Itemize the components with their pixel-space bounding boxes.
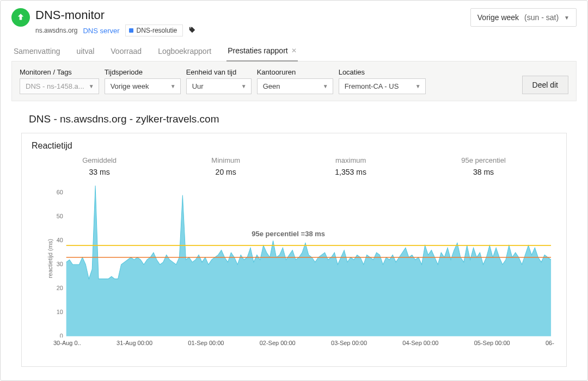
stats-row: Gemiddeld 33 ms Minimum 20 ms maximum 1,… — [29, 156, 559, 176]
plot-area: reactietijd (ms) 95e percentiel =38 ms 0… — [29, 180, 559, 337]
stat-p95: 95e percentiel 38 ms — [461, 156, 506, 176]
dns-resolution-badge[interactable]: DNS-resolutie — [125, 24, 183, 36]
chevron-down-icon: ▼ — [323, 83, 328, 89]
svg-text:10: 10 — [57, 309, 63, 315]
filter-monitors: Monitoren / Tags DNS - ns-1458.a... ▼ — [20, 68, 99, 94]
share-button[interactable]: Deel dit — [522, 76, 568, 94]
chevron-down-icon: ▼ — [170, 83, 176, 89]
filter-office-label: Kantooruren — [257, 68, 333, 76]
badge-label: DNS-resolutie — [137, 27, 177, 34]
svg-text:60: 60 — [57, 189, 63, 195]
filter-unit: Eenheid van tijd Uur ▼ — [186, 68, 252, 94]
header-subline: ns.awsdns.org DNS server DNS-resolutie — [35, 24, 196, 36]
filter-bar: Monitoren / Tags DNS - ns-1458.a... ▼ Ti… — [11, 62, 577, 101]
x-axis-labels: 30-Aug 0..31-Aug 00:0001-Sep 00:0002-Sep… — [29, 337, 559, 346]
office-select[interactable]: Geen ▼ — [257, 78, 333, 94]
filter-monitors-label: Monitoren / Tags — [20, 68, 99, 76]
filter-unit-label: Eenheid van tijd — [186, 68, 252, 76]
svg-text:20: 20 — [57, 285, 63, 291]
header-domain: ns.awsdns.org — [35, 27, 77, 34]
monitors-select[interactable]: DNS - ns-1458.a... ▼ — [20, 78, 99, 94]
locations-select[interactable]: Fremont-CA - US ▼ — [339, 78, 426, 94]
chevron-down-icon: ▼ — [415, 83, 421, 89]
week-picker-label: Vorige week — [477, 13, 519, 22]
badge-color-icon — [129, 28, 133, 33]
tab-summary[interactable]: Samenvatting — [13, 42, 62, 61]
chevron-down-icon: ▼ — [241, 83, 247, 89]
week-picker[interactable]: Vorige week (sun - sat) ▼ — [470, 8, 577, 27]
svg-text:0: 0 — [60, 333, 63, 337]
dns-server-link[interactable]: DNS server — [83, 27, 119, 35]
chart-main-title: DNS - ns.awsdns.org - zylker-travels.com — [29, 113, 577, 125]
svg-text:30: 30 — [57, 261, 63, 267]
page-title: DNS-monitor — [35, 8, 196, 22]
unit-select[interactable]: Uur ▼ — [186, 78, 252, 94]
filter-office: Kantooruren Geen ▼ — [257, 68, 333, 94]
title-block: DNS-monitor ns.awsdns.org DNS server DNS… — [11, 8, 196, 36]
filter-period: Tijdsperiode Vorige week ▼ — [105, 68, 181, 94]
stat-min: Minimum 20 ms — [211, 156, 240, 176]
reactietijd-card: Reactietijd Gemiddeld 33 ms Minimum 20 m… — [21, 133, 567, 367]
svg-text:50: 50 — [57, 213, 63, 219]
stat-max: maximum 1,353 ms — [335, 156, 366, 176]
svg-text:40: 40 — [57, 237, 63, 243]
header: DNS-monitor ns.awsdns.org DNS server DNS… — [11, 8, 577, 36]
app-window: DNS-monitor ns.awsdns.org DNS server DNS… — [0, 0, 588, 381]
area-chart[interactable]: 0102030405060 — [53, 180, 553, 337]
title-text: DNS-monitor ns.awsdns.org DNS server DNS… — [35, 8, 196, 36]
filter-period-label: Tijdsperiode — [105, 68, 181, 76]
tab-logreport[interactable]: Logboekrapport — [157, 42, 212, 61]
stat-avg: Gemiddeld 33 ms — [82, 156, 117, 176]
close-icon[interactable]: ✕ — [291, 47, 297, 54]
tab-performance-report[interactable]: Prestaties rapport ✕ — [226, 42, 298, 62]
chart-card-title: Reactietijd — [32, 141, 559, 151]
p95-reference-label: 95e percentiel =38 ms — [252, 230, 325, 238]
filter-locations-label: Locaties — [339, 68, 426, 76]
week-picker-range: (sun - sat) — [524, 13, 559, 22]
tabs: Samenvatting uitval Voorraad Logboekrapp… — [11, 42, 577, 62]
tab-inventory[interactable]: Voorraad — [109, 42, 143, 61]
tab-outage[interactable]: uitval — [76, 42, 96, 61]
status-up-icon — [11, 8, 30, 27]
period-select[interactable]: Vorige week ▼ — [105, 78, 181, 94]
chevron-down-icon: ▼ — [89, 83, 94, 89]
filter-locations: Locaties Fremont-CA - US ▼ — [339, 68, 426, 94]
tag-icon[interactable] — [188, 26, 196, 35]
y-axis-label: reactietijd (ms) — [47, 239, 53, 278]
chevron-down-icon: ▼ — [564, 15, 569, 21]
